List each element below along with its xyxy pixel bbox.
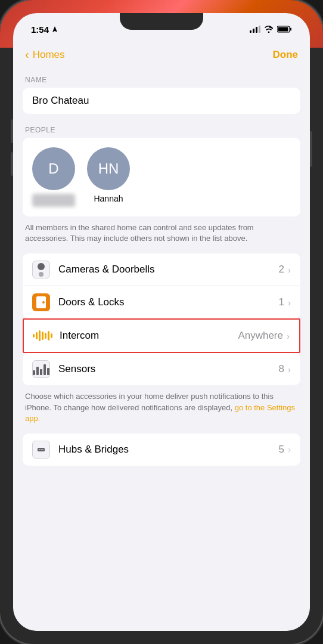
nav-bar: ‹ Homes Done xyxy=(13,39,310,66)
svg-rect-9 xyxy=(41,449,42,450)
svg-rect-3 xyxy=(259,26,260,33)
doors-locks-icon xyxy=(32,293,50,311)
svg-rect-8 xyxy=(39,449,40,450)
hubs-bridges-chevron: › xyxy=(288,444,291,454)
cam-circle-2 xyxy=(39,272,44,277)
cameras-doorbells-icon xyxy=(32,261,50,278)
name-input-container xyxy=(23,88,300,114)
wifi-icon xyxy=(264,26,274,33)
hubs-bridges-icon xyxy=(32,441,50,459)
sensor-bar-3 xyxy=(40,369,42,375)
settings-card: Cameras & Doorbells 2 › Doors & Locks 1 … xyxy=(23,253,300,318)
sensors-label: Sensors xyxy=(58,363,279,375)
content-area: ‹ Homes Done NAME PEOPLE D xyxy=(13,39,310,631)
avatar-hn: HN xyxy=(87,147,130,190)
name-section-label: NAME xyxy=(13,66,310,88)
doors-locks-value: 1 xyxy=(279,296,284,308)
waveform-bar-1 xyxy=(33,334,35,338)
cameras-doorbells-row[interactable]: Cameras & Doorbells 2 › xyxy=(23,253,300,286)
sensor-bar-5 xyxy=(47,368,49,375)
sensor-bar-1 xyxy=(33,370,35,375)
waveform-bar-4 xyxy=(42,332,44,340)
hubs-bridges-label: Hubs & Bridges xyxy=(58,444,279,456)
people-section-label: PEOPLE xyxy=(13,116,310,138)
sensors-row[interactable]: Sensors 8 › xyxy=(23,353,300,385)
svg-rect-5 xyxy=(290,28,291,31)
navigation-icon xyxy=(51,26,58,33)
intercom-chevron: › xyxy=(287,331,290,341)
intercom-icon xyxy=(33,327,51,345)
svg-rect-6 xyxy=(278,27,288,32)
doors-locks-row[interactable]: Doors & Locks 1 › xyxy=(23,286,300,318)
doors-locks-chevron: › xyxy=(288,298,291,308)
battery-icon xyxy=(277,26,292,33)
sensor-bars-graphic xyxy=(33,363,49,375)
waveform-bar-2 xyxy=(36,332,38,339)
phone-frame: 1:54 xyxy=(0,0,323,644)
people-avatars: D HN Hannah xyxy=(32,147,291,207)
name-input[interactable] xyxy=(32,95,291,107)
people-card: D HN Hannah xyxy=(23,138,300,216)
doors-locks-label: Doors & Locks xyxy=(58,296,279,308)
notification-description: Choose which accessories in your home de… xyxy=(13,385,310,434)
power-button xyxy=(310,131,312,167)
intercom-label: Intercom xyxy=(60,330,238,342)
back-label: Homes xyxy=(33,49,65,61)
waveform-bar-5 xyxy=(45,333,46,339)
door-knob xyxy=(42,301,45,304)
person-d-item: D xyxy=(32,147,75,207)
phone-screen: ‹ Homes Done NAME PEOPLE D xyxy=(13,13,310,631)
svg-rect-10 xyxy=(42,449,44,450)
hubs-bridges-value: 5 xyxy=(279,444,284,456)
cameras-doorbells-label: Cameras & Doorbells xyxy=(58,264,279,275)
avatar-d: D xyxy=(32,147,75,190)
hubs-bridges-row[interactable]: Hubs & Bridges 5 › xyxy=(23,434,300,466)
person-hn-item: HN Hannah xyxy=(87,147,130,203)
people-description: All members in the shared home can contr… xyxy=(13,216,310,253)
sensors-chevron: › xyxy=(288,364,291,374)
back-chevron-icon: ‹ xyxy=(25,48,29,61)
svg-rect-0 xyxy=(250,30,251,33)
hubs-graphic xyxy=(36,444,46,455)
intercom-highlighted-wrapper: Intercom Anywhere › xyxy=(23,318,300,353)
status-icons xyxy=(250,26,292,33)
status-bar: 1:54 xyxy=(13,13,310,39)
waveform-bar-3 xyxy=(39,330,41,341)
person-d-name-blurred xyxy=(32,194,75,207)
sensor-bar-4 xyxy=(44,364,46,375)
waveform-graphic xyxy=(33,330,52,342)
bottom-padding xyxy=(13,466,310,490)
cameras-doorbells-value: 2 xyxy=(279,264,284,275)
sensors-value: 8 xyxy=(279,363,284,375)
status-time: 1:54 xyxy=(31,24,58,35)
cam-circle-1 xyxy=(38,263,45,270)
door-shape-graphic xyxy=(36,296,46,308)
person-hn-name: Hannah xyxy=(94,194,123,203)
signal-icon xyxy=(250,26,260,33)
svg-rect-2 xyxy=(256,27,257,33)
svg-rect-1 xyxy=(253,29,254,33)
sensors-icon xyxy=(32,360,50,378)
intercom-row[interactable]: Intercom Anywhere › xyxy=(24,320,299,352)
cameras-doorbells-chevron: › xyxy=(288,265,291,275)
camera-circles-graphic xyxy=(38,263,45,277)
sensor-bar-2 xyxy=(36,367,39,375)
sensors-card: Sensors 8 › xyxy=(23,353,300,385)
back-button[interactable]: ‹ Homes xyxy=(25,48,65,61)
done-button[interactable]: Done xyxy=(273,49,299,61)
intercom-value: Anywhere xyxy=(238,330,283,342)
waveform-bar-6 xyxy=(48,331,49,340)
waveform-bar-7 xyxy=(51,333,52,338)
